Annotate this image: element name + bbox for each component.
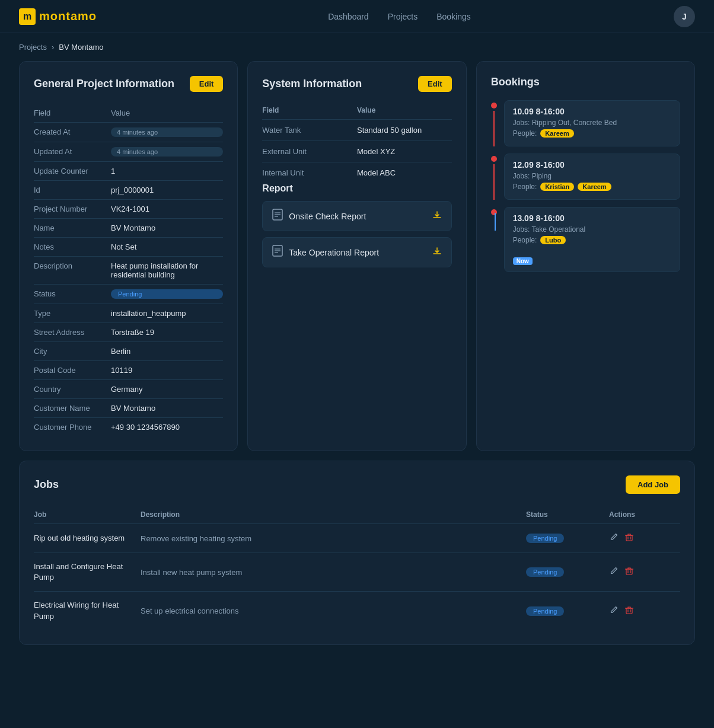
- jobs-table-header: JobDescriptionStatusActions: [34, 506, 680, 524]
- general-project-row: NotesNot Set: [34, 238, 223, 257]
- svg-rect-8: [626, 535, 632, 541]
- logo[interactable]: m montamo: [19, 8, 97, 25]
- booking-content: 12.09 8-16:00 Jobs: Piping People: Krist…: [504, 154, 680, 200]
- general-project-table: FieldValueCreated At4 minutes agoUpdated…: [34, 104, 223, 436]
- sys-value: Model XYZ: [357, 147, 452, 156]
- info-value: BV Montamo: [111, 404, 223, 413]
- sys-info-row: External UnitModel XYZ: [262, 141, 451, 162]
- booking-dot: [491, 156, 497, 162]
- delete-job-icon[interactable]: [624, 532, 634, 544]
- report-section: Report Onsite Check Report: [262, 183, 451, 267]
- booking-jobs: Jobs: Take Operational: [513, 225, 671, 234]
- general-project-row: CityBerlin: [34, 342, 223, 361]
- booking-time: 13.09 8-16:00: [513, 213, 671, 223]
- info-label: Name: [34, 223, 111, 232]
- booking-timeline: [491, 154, 497, 200]
- booking-dot: [491, 103, 497, 108]
- general-project-edit-button[interactable]: Edit: [190, 76, 224, 92]
- breadcrumb-separator: ›: [52, 43, 54, 52]
- bookings-card: Bookings 10.09 8-16:00 Jobs: Ripping Out…: [476, 61, 695, 451]
- general-project-row: Postal Code10119: [34, 361, 223, 380]
- breadcrumb-current: BV Montamo: [59, 43, 103, 52]
- delete-job-icon[interactable]: [624, 566, 634, 578]
- bookings-list: 10.09 8-16:00 Jobs: Ripping Out, Concret…: [491, 100, 680, 272]
- breadcrumb-parent[interactable]: Projects: [19, 43, 47, 52]
- badge-time: 4 minutes ago: [111, 147, 223, 157]
- booking-item-0[interactable]: 10.09 8-16:00 Jobs: Ripping Out, Concret…: [491, 100, 680, 146]
- nav-dashboard[interactable]: Dashboard: [328, 12, 369, 21]
- booking-dot: [491, 209, 497, 215]
- logo-text: montamo: [39, 9, 97, 23]
- download-icon[interactable]: [432, 247, 442, 258]
- sys-value: Standard 50 gallon: [357, 126, 452, 135]
- add-job-button[interactable]: Add Job: [626, 475, 680, 494]
- info-value: Torstraße 19: [111, 328, 223, 337]
- job-name: Electrical Wiring for Heat Pump: [34, 600, 141, 621]
- booking-people: People: Kareem: [513, 129, 671, 138]
- delete-job-icon[interactable]: [624, 605, 634, 617]
- people-label: People:: [513, 183, 537, 191]
- booking-item-1[interactable]: 12.09 8-16:00 Jobs: Piping People: Krist…: [491, 154, 680, 200]
- report-item-1[interactable]: Take Operational Report: [262, 237, 451, 267]
- col-field: Field: [34, 108, 111, 117]
- sys-field: External Unit: [262, 147, 357, 156]
- booking-people: People: Lubo: [513, 236, 671, 244]
- job-name: Install and Configure Heat Pump: [34, 561, 141, 583]
- booking-content: 10.09 8-16:00 Jobs: Ripping Out, Concret…: [504, 100, 680, 146]
- people-label: People:: [513, 236, 537, 244]
- general-project-row: DescriptionHeat pump installation for re…: [34, 257, 223, 285]
- col-value: Value: [111, 108, 223, 117]
- report-label: Onsite Check Report: [289, 212, 366, 221]
- report-label: Take Operational Report: [289, 248, 379, 257]
- info-value: Not Set: [111, 242, 223, 251]
- booking-people: People: KristianKareem: [513, 183, 671, 191]
- edit-job-icon[interactable]: [609, 566, 619, 578]
- booking-jobs: Jobs: Ripping Out, Concrete Bed: [513, 119, 671, 127]
- avatar[interactable]: J: [674, 6, 695, 27]
- edit-job-icon[interactable]: [609, 605, 619, 617]
- job-description: Remove existing heating system: [141, 534, 526, 543]
- report-title: Report: [262, 183, 451, 194]
- job-actions: [609, 532, 680, 544]
- general-project-row: Customer NameBV Montamo: [34, 399, 223, 418]
- booking-timeline: [491, 100, 497, 146]
- logo-icon: m: [19, 8, 36, 25]
- info-value: +49 30 1234567890: [111, 423, 223, 432]
- top-grid: General Project Information Edit FieldVa…: [19, 61, 695, 451]
- system-info-edit-button[interactable]: Edit: [418, 76, 452, 92]
- booking-jobs: Jobs: Piping: [513, 172, 671, 180]
- system-info-card: System Information Edit FieldValueWater …: [247, 61, 466, 451]
- jobs-title: Jobs: [34, 478, 59, 491]
- general-project-row: Update Counter1: [34, 162, 223, 181]
- report-item-0[interactable]: Onsite Check Report: [262, 201, 451, 231]
- jobs-col-header: Description: [141, 510, 526, 519]
- booking-line: [495, 213, 496, 231]
- sys-col-value: Value: [357, 106, 452, 114]
- jobs-table: JobDescriptionStatusActions Rip out old …: [34, 506, 680, 630]
- info-label: Updated At: [34, 147, 111, 157]
- info-label: Id: [34, 186, 111, 194]
- info-label: Project Number: [34, 205, 111, 213]
- svg-rect-16: [626, 608, 632, 614]
- booking-timeline: [491, 207, 497, 272]
- nav-bookings[interactable]: Bookings: [436, 12, 471, 21]
- booking-item-2[interactable]: 13.09 8-16:00 Jobs: Take Operational Peo…: [491, 207, 680, 272]
- download-icon[interactable]: [432, 210, 442, 222]
- general-project-row: Typeinstallation_heatpump: [34, 304, 223, 323]
- jobs-table-row: Rip out old heating system Remove existi…: [34, 524, 680, 553]
- info-value: 1: [111, 167, 223, 175]
- people-label: People:: [513, 129, 537, 138]
- nav-projects[interactable]: Projects: [388, 12, 418, 21]
- general-project-row: Project NumberVK24-1001: [34, 200, 223, 219]
- edit-job-icon[interactable]: [609, 532, 619, 544]
- job-status-badge: Pending: [526, 534, 564, 543]
- info-label: Created At: [34, 127, 111, 137]
- booking-time: 10.09 8-16:00: [513, 107, 671, 116]
- jobs-col-header: Job: [34, 510, 141, 519]
- sys-field: Water Tank: [262, 126, 357, 135]
- general-project-header-row: FieldValue: [34, 104, 223, 123]
- svg-rect-12: [626, 569, 632, 574]
- info-label: Postal Code: [34, 366, 111, 375]
- general-project-card: General Project Information Edit FieldVa…: [19, 61, 238, 451]
- general-project-row: StatusPending: [34, 285, 223, 304]
